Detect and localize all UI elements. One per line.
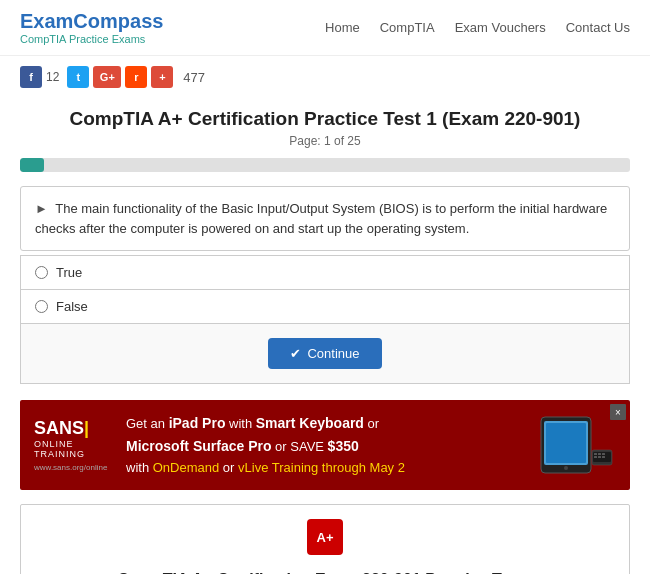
total-share-count: 477 — [183, 70, 205, 85]
bottom-section: A+ CompTIA A+ Certification Exam 220-901… — [20, 504, 630, 574]
nav-contact[interactable]: Contact Us — [566, 20, 630, 35]
ad-device-image — [536, 415, 616, 475]
ad-surface-text: Microsoft Surface Pro — [126, 438, 271, 454]
ad-save-prefix: or SAVE — [271, 439, 327, 454]
continue-checkmark-icon: ✔ — [290, 346, 301, 361]
header: ExamCompass CompTIA Practice Exams Home … — [0, 0, 650, 56]
svg-rect-10 — [598, 456, 601, 458]
logo-title: ExamCompass — [20, 10, 163, 33]
ad-logo-text: SANS| — [34, 418, 89, 439]
facebook-button[interactable]: f — [20, 66, 42, 88]
ad-training-text: TRAINING — [34, 449, 85, 459]
logo-subtitle: CompTIA Practice Exams — [20, 33, 163, 45]
nav-vouchers[interactable]: Exam Vouchers — [455, 20, 546, 35]
svg-rect-9 — [594, 456, 597, 458]
ad-online-text: ONLINE — [34, 439, 74, 449]
facebook-count: 12 — [46, 70, 59, 84]
ad-copy: Get an iPad Pro with Smart Keyboard or M… — [126, 412, 524, 478]
ad-logo-highlight: | — [84, 418, 89, 438]
nav-comptia[interactable]: CompTIA — [380, 20, 435, 35]
svg-rect-11 — [602, 456, 605, 458]
svg-rect-7 — [598, 453, 601, 455]
continue-area: ✔ Continue — [20, 323, 630, 384]
radio-true[interactable] — [35, 266, 48, 279]
label-false[interactable]: False — [56, 299, 88, 314]
svg-point-3 — [564, 466, 568, 470]
googleplus-button[interactable]: G+ — [93, 66, 121, 88]
social-bar: f 12 t G+ r + 477 — [0, 56, 650, 98]
svg-rect-6 — [594, 453, 597, 455]
arrow-icon: ► — [35, 201, 48, 216]
reddit-button[interactable]: r — [125, 66, 147, 88]
answer-false[interactable]: False — [20, 289, 630, 323]
ad-logo: SANS| ONLINE TRAINING www.sans.org/onlin… — [34, 418, 114, 472]
radio-false[interactable] — [35, 300, 48, 313]
continue-button[interactable]: ✔ Continue — [268, 338, 381, 369]
main-nav: Home CompTIA Exam Vouchers Contact Us — [325, 20, 630, 35]
ad-save-amount: $350 — [328, 438, 359, 454]
label-true[interactable]: True — [56, 265, 82, 280]
page-title: CompTIA A+ Certification Practice Test 1… — [20, 108, 630, 130]
ad-url: www.sans.org/online — [34, 463, 107, 472]
tablet-svg — [536, 415, 616, 475]
addthis-button[interactable]: + — [151, 66, 173, 88]
ad-line3: with OnDemand or vLive Training through … — [126, 460, 405, 475]
page-subtitle: Page: 1 of 25 — [20, 134, 630, 148]
svg-rect-8 — [602, 453, 605, 455]
ad-line1-prefix: Get an — [126, 416, 169, 431]
bottom-badge: A+ — [307, 519, 343, 555]
question-text: ► The main functionality of the Basic In… — [35, 199, 615, 238]
ad-keyboard-text: Smart Keyboard — [256, 415, 364, 431]
ad-line1-suffix: or — [364, 416, 379, 431]
main-content: CompTIA A+ Certification Practice Test 1… — [0, 108, 650, 574]
ad-ipad-text: iPad Pro — [169, 415, 226, 431]
ad-banner: SANS| ONLINE TRAINING www.sans.org/onlin… — [20, 400, 630, 490]
twitter-button[interactable]: t — [67, 66, 89, 88]
question-box: ► The main functionality of the Basic In… — [20, 186, 630, 251]
progress-bar-fill — [20, 158, 44, 172]
nav-home[interactable]: Home — [325, 20, 360, 35]
progress-bar — [20, 158, 630, 172]
ad-line1-mid: with — [225, 416, 255, 431]
answer-true[interactable]: True — [20, 255, 630, 289]
ad-close-button[interactable]: × — [610, 404, 626, 420]
continue-label: Continue — [307, 346, 359, 361]
svg-rect-2 — [546, 423, 586, 463]
logo: ExamCompass CompTIA Practice Exams — [20, 10, 163, 45]
